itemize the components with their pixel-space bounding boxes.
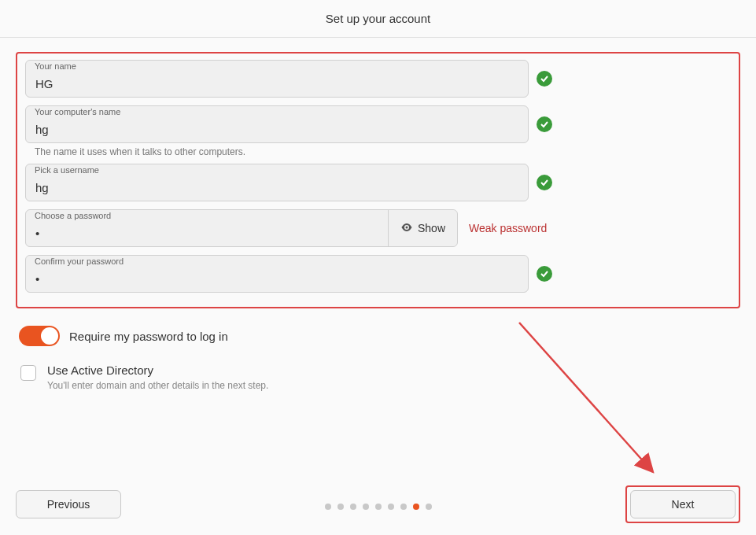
step-dot [400, 504, 407, 510]
active-directory-label: Use Active Directory [47, 363, 268, 377]
username-label: Pick a username [35, 165, 99, 175]
username-input[interactable] [25, 164, 529, 201]
password-label: Choose a password [35, 211, 111, 220]
svg-point-0 [405, 226, 408, 228]
require-password-row: Require my password to log in [19, 326, 740, 346]
check-icon [537, 266, 552, 282]
name-input[interactable] [25, 60, 529, 98]
step-dot [337, 504, 344, 510]
active-directory-labels: Use Active Directory You'll enter domain… [47, 363, 268, 391]
field-row-computer: Your computer's name [25, 105, 731, 143]
show-password-button[interactable]: Show [388, 210, 457, 246]
step-dot [426, 504, 432, 510]
active-directory-row: Use Active Directory You'll enter domain… [20, 363, 740, 391]
footer: Previous Next [0, 483, 756, 535]
require-password-label: Require my password to log in [69, 330, 228, 343]
step-dot [375, 504, 382, 510]
computer-helper: The name it uses when it talks to other … [35, 146, 731, 157]
previous-button[interactable]: Previous [16, 490, 121, 518]
step-dot [325, 504, 331, 510]
password-strength: Weak password [469, 222, 547, 234]
toggle-knob [41, 327, 58, 345]
header: Set up your account [0, 0, 756, 38]
require-password-toggle[interactable] [19, 326, 60, 346]
computer-label: Your computer's name [35, 107, 120, 116]
show-label: Show [418, 222, 445, 234]
form-highlight-box: Your name Your computer's name The name … [16, 52, 740, 308]
field-row-username: Pick a username [25, 164, 731, 201]
name-label: Your name [35, 61, 76, 71]
step-dot [350, 504, 356, 510]
field-row-name: Your name [25, 60, 731, 98]
page-title: Set up your account [326, 12, 430, 25]
check-icon [537, 175, 552, 190]
content: Your name Your computer's name The name … [0, 38, 756, 391]
active-directory-sub: You'll enter domain and other details in… [47, 380, 268, 391]
next-highlight-box: Next [625, 485, 740, 523]
check-icon [537, 71, 552, 87]
confirm-label: Confirm your password [35, 256, 124, 266]
active-directory-checkbox[interactable] [20, 365, 36, 381]
step-dot-active [413, 504, 419, 510]
step-dots [325, 504, 432, 510]
field-row-password: Choose a password Show Weak password [25, 209, 731, 247]
eye-icon [400, 221, 413, 236]
field-row-confirm: Confirm your password [25, 255, 731, 293]
step-dot [388, 504, 394, 510]
check-icon [537, 116, 552, 132]
step-dot [363, 504, 369, 510]
next-button[interactable]: Next [630, 490, 736, 518]
